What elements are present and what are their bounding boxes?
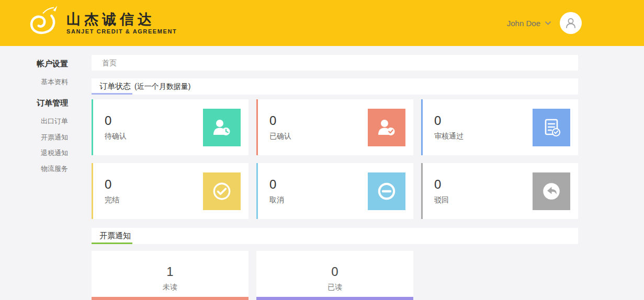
sidebar-section-account-settings[interactable]: 帐户设置 <box>0 59 68 68</box>
invoice-notice-section-header: 开票通知 <box>92 228 578 244</box>
card-pending-confirmation[interactable]: 0 待确认 <box>92 99 248 155</box>
read-label: 已读 <box>256 283 413 292</box>
invoice-notice-active-underline <box>92 243 132 244</box>
avatar[interactable] <box>560 12 582 34</box>
sidebar: 帐户设置 基本资料 订单管理 出口订单 开票通知 退税通知 物流服务 <box>0 46 92 300</box>
user-check-icon <box>368 109 405 146</box>
undo-arrow-icon <box>533 172 570 210</box>
pending-confirmation-count: 0 <box>105 113 127 128</box>
order-status-cards: 0 待确认 0 已确认 <box>92 99 578 219</box>
unread-count: 1 <box>92 264 248 279</box>
order-status-active-underline <box>92 93 132 95</box>
minus-circle-icon <box>368 172 405 210</box>
user-clock-icon <box>203 109 241 146</box>
read-count: 0 <box>256 264 413 279</box>
user-name[interactable]: John Doe <box>507 19 540 28</box>
pending-confirmation-label: 待确认 <box>105 132 127 141</box>
confirmed-label: 已确认 <box>269 132 291 141</box>
sidebar-section-order-management[interactable]: 订单管理 <box>0 98 68 107</box>
unread-label: 未读 <box>92 283 248 292</box>
user-menu[interactable]: John Doe <box>507 12 582 34</box>
logo: 山杰诚信达 SANJET CREDIT & AGREEMENT <box>24 5 177 41</box>
order-status-title: 订单状态 <box>99 82 131 91</box>
confirmed-count: 0 <box>269 113 291 128</box>
sidebar-item-logistics-service[interactable]: 物流服务 <box>0 165 68 172</box>
cancelled-label: 取消 <box>269 195 284 205</box>
order-status-subtitle: (近一个月数据量) <box>134 82 190 91</box>
audit-approved-count: 0 <box>434 113 464 128</box>
order-status-section-header: 订单状态 (近一个月数据量) <box>92 78 578 95</box>
sidebar-item-basic-info[interactable]: 基本资料 <box>0 78 68 86</box>
document-check-icon <box>533 109 570 146</box>
breadcrumb-home[interactable]: 首页 <box>102 59 117 67</box>
card-audit-approved[interactable]: 0 审核通过 <box>421 99 578 155</box>
completed-label: 完结 <box>105 195 119 205</box>
completed-count: 0 <box>105 177 119 192</box>
logo-swirl-plane-icon <box>24 5 62 41</box>
invoice-notice-cards: 1 未读 0 已读 <box>92 251 578 300</box>
sidebar-item-tax-refund-notice[interactable]: 退税通知 <box>0 149 68 157</box>
rejected-label: 驳回 <box>434 195 449 205</box>
chevron-down-icon[interactable] <box>545 18 551 28</box>
brand-subtitle: SANJET CREDIT & AGREEMENT <box>66 28 177 34</box>
sidebar-item-export-orders[interactable]: 出口订单 <box>0 117 68 125</box>
audit-approved-label: 审核通过 <box>434 132 464 141</box>
card-confirmed[interactable]: 0 已确认 <box>256 99 413 155</box>
app-header: 山杰诚信达 SANJET CREDIT & AGREEMENT John Doe <box>0 0 644 46</box>
card-rejected[interactable]: 0 驳回 <box>421 163 578 219</box>
cancelled-count: 0 <box>269 177 284 192</box>
card-cancelled[interactable]: 0 取消 <box>256 163 413 219</box>
card-read[interactable]: 0 已读 <box>256 251 413 300</box>
sidebar-item-invoice-notice[interactable]: 开票通知 <box>0 133 68 141</box>
brand-title: 山杰诚信达 <box>66 11 177 27</box>
rejected-count: 0 <box>434 177 449 192</box>
card-unread[interactable]: 1 未读 <box>92 251 248 300</box>
check-circle-icon <box>203 172 241 210</box>
card-completed[interactable]: 0 完结 <box>92 163 248 219</box>
main-content: 首页 订单状态 (近一个月数据量) 0 待确认 0 已 <box>92 46 578 300</box>
invoice-notice-title: 开票通知 <box>99 231 131 241</box>
breadcrumb: 首页 <box>92 55 578 71</box>
